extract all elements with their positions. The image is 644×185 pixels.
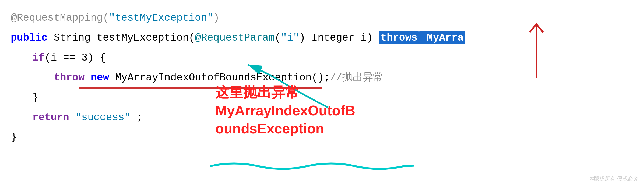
param-close: ): [299, 32, 312, 44]
annotation-decorator: @RequestMapping(: [11, 12, 109, 24]
throws-keyword: throws: [379, 31, 419, 44]
annotation-value: "testMyException": [109, 12, 213, 24]
keyword-public: public: [11, 32, 48, 44]
return-semicolon: ;: [137, 112, 143, 123]
brace-close-outer: }: [11, 131, 17, 143]
annotation-close: ): [213, 12, 220, 24]
return-type: String testMyException(: [54, 32, 195, 44]
param-type: Integer i): [311, 32, 379, 44]
annotation-param: @RequestParam: [195, 32, 275, 44]
keyword-new: new: [91, 72, 115, 83]
keyword-if: if: [32, 52, 45, 63]
annotation-area: 这里抛出异常MyArrayIndexOutofBoundsException: [215, 83, 425, 138]
brace-close-inner: }: [32, 92, 38, 103]
red-arrow: [520, 13, 552, 81]
if-condition: (i == 3) {: [45, 52, 106, 63]
teal-underline-wave: [210, 161, 414, 172]
exception-name-partial: MyArra: [419, 31, 465, 44]
param-value: "i": [281, 32, 299, 44]
annotation-text: 这里抛出异常MyArrayIndexOutofBoundsException: [215, 83, 425, 138]
watermark: ©版权所有 侵权必究: [590, 175, 639, 182]
param-open: (: [275, 32, 281, 44]
keyword-return: return: [32, 112, 69, 123]
return-value: "success": [75, 112, 131, 123]
keyword-throw: throw: [54, 72, 85, 83]
